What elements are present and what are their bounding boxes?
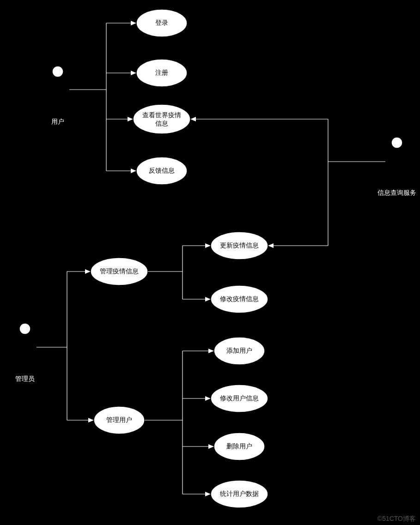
svg-marker-32 [128,117,133,121]
conn-user-login [106,21,136,25]
conn-admin-manageuser [67,418,94,422]
conn-manageuser-modify [183,396,211,401]
svg-marker-54 [205,492,211,496]
usecase-update-epidemic: 更新疫情信息 [211,232,268,259]
usecase-modify-user-label: 修改用户信息 [220,394,259,402]
conn-admin-manageepidemic [67,269,91,274]
usecase-modify-user: 修改用户信息 [211,385,268,412]
conn-user-register [106,71,136,75]
conn-manageuser-delete [183,444,214,449]
usecase-manage-user-label: 管理用户 [106,416,132,423]
actor-user: 用户 [46,66,69,125]
actor-admin: 管理员 [13,323,37,382]
svg-marker-28 [131,21,136,25]
conn-infoservice-viewworld [190,117,328,121]
usecase-login: 登录 [136,9,187,37]
conn-user-viewworld [106,117,133,121]
svg-marker-36 [190,117,196,121]
svg-line-4 [58,97,67,113]
usecase-feedback: 反馈信息 [136,157,187,185]
use-case-diagram: 用户 管理员 信息查询服务 登录 注册 查看世界疫情 信息 反馈信息 [0,0,420,525]
watermark: ©51CTO博客 [377,515,416,522]
usecase-manage-epidemic: 管理疫情信息 [91,258,148,285]
usecase-login-label: 登录 [155,19,168,26]
actor-infoservice-label: 信息查询服务 [377,189,416,196]
svg-marker-34 [131,169,136,173]
usecase-update-epidemic-label: 更新疫情信息 [220,241,259,249]
svg-marker-50 [205,396,211,401]
conn-manageepidemic-modify [183,297,211,302]
usecase-modify-epidemic-label: 修改疫情信息 [220,295,259,302]
svg-point-10 [391,137,402,148]
svg-marker-48 [208,349,214,353]
actor-user-label: 用户 [51,118,64,125]
usecase-delete-user: 删除用户 [214,433,265,460]
conn-user-feedback [106,169,136,173]
svg-marker-46 [205,297,211,302]
svg-point-0 [52,66,63,77]
usecase-modify-epidemic: 修改疫情信息 [211,285,268,313]
usecase-register-label: 注册 [155,69,168,76]
actor-admin-label: 管理员 [15,375,35,382]
actor-infoservice: 信息查询服务 [377,137,416,196]
svg-marker-44 [205,243,211,248]
usecase-add-user: 添加用户 [214,337,265,365]
conn-infoservice-update [268,243,328,248]
svg-line-13 [388,168,397,184]
usecase-manage-epidemic-label: 管理疫情信息 [100,267,139,275]
svg-marker-30 [131,71,136,75]
usecase-delete-user-label: 删除用户 [226,442,252,450]
conn-manageuser-add [183,349,214,353]
usecase-manage-user: 管理用户 [94,406,145,434]
usecase-register: 注册 [136,59,187,87]
usecase-add-user-label: 添加用户 [226,347,252,354]
svg-marker-52 [208,444,214,449]
usecase-view-world: 查看世界疫情 信息 [133,104,190,134]
svg-marker-38 [268,243,274,248]
usecase-stats-user: 统计用户数据 [211,480,268,508]
svg-point-5 [19,323,30,334]
conn-manageepidemic-update [183,243,211,248]
svg-line-9 [25,354,34,370]
svg-marker-42 [88,418,94,422]
usecase-feedback-label: 反馈信息 [149,167,175,174]
svg-line-8 [16,354,25,370]
usecase-stats-user-label: 统计用户数据 [220,490,259,497]
svg-marker-40 [85,269,91,274]
usecase-view-world-label-l2: 信息 [155,120,168,127]
svg-line-3 [49,97,58,113]
conn-manageuser-stats [183,492,211,496]
svg-line-14 [397,168,406,184]
usecase-view-world-label-l1: 查看世界疫情 [142,111,181,119]
